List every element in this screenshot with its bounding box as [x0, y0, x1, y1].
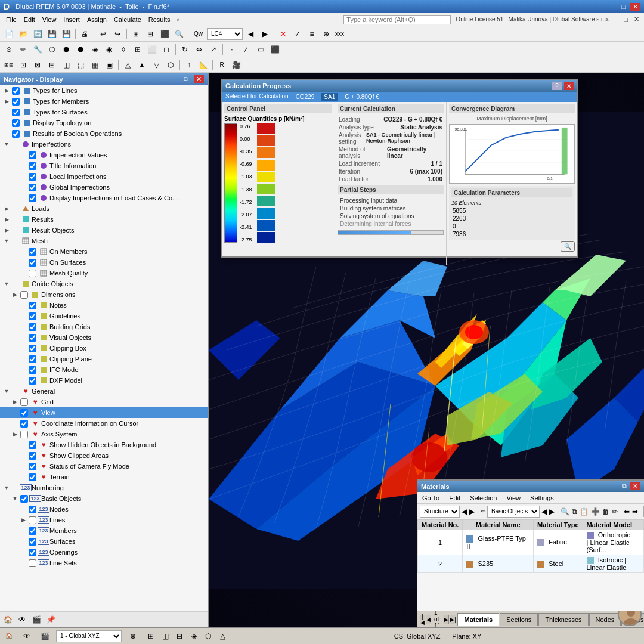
- tree-toggle-24[interactable]: [19, 344, 27, 352]
- tree-toggle-28[interactable]: ▼: [2, 387, 11, 395]
- tb3-measure[interactable]: 📐: [197, 58, 210, 72]
- tree-item-11[interactable]: ▶Loads: [0, 203, 208, 214]
- tree-item-37[interactable]: ▼123Numbering: [0, 482, 208, 493]
- tree-checkbox-19[interactable]: [20, 291, 28, 299]
- tree-toggle-4[interactable]: [2, 129, 11, 138]
- tree-item-4[interactable]: Results of Boolean Operations: [0, 128, 208, 139]
- tree-checkbox-41[interactable]: [29, 527, 36, 535]
- st-btn-4[interactable]: ◈: [187, 630, 200, 643]
- tree-checkbox-35[interactable]: [29, 463, 36, 470]
- tree-item-10[interactable]: Display Imperfections in Load Cases & Co…: [0, 193, 208, 203]
- status-btn-1[interactable]: 🏠: [2, 630, 16, 643]
- tb3-11[interactable]: ▽: [150, 58, 163, 72]
- nav-restore-btn[interactable]: ⧉: [181, 75, 191, 83]
- tree-checkbox-24[interactable]: [29, 345, 36, 352]
- tree-checkbox-44[interactable]: [29, 559, 36, 567]
- tb-redo[interactable]: ↪: [111, 27, 124, 41]
- tree-toggle-31[interactable]: [11, 419, 19, 428]
- tree-item-39[interactable]: 123Nodes: [0, 504, 208, 515]
- calc-item-co229[interactable]: CO229: [293, 93, 317, 101]
- tb3-12[interactable]: ⬡: [164, 58, 177, 72]
- tree-item-1[interactable]: ▶Types for Members: [0, 96, 208, 107]
- close-btn[interactable]: ✕: [630, 3, 640, 11]
- tree-checkbox-22[interactable]: [29, 323, 36, 331]
- tree-toggle-13[interactable]: ▶: [2, 226, 11, 234]
- tree-item-41[interactable]: 123Members: [0, 525, 208, 536]
- tree-toggle-0[interactable]: ▶: [2, 86, 11, 95]
- tree-toggle-12[interactable]: ▶: [2, 215, 11, 224]
- tb3-9[interactable]: △: [121, 58, 134, 72]
- tree-item-32[interactable]: ▶♥Axis System: [0, 429, 208, 439]
- tree-toggle-30[interactable]: [11, 408, 19, 417]
- tree-item-0[interactable]: ▶Types for Lines: [0, 85, 208, 96]
- tree-toggle-27[interactable]: [19, 376, 27, 385]
- tb3-render[interactable]: R: [215, 58, 228, 72]
- tb-print[interactable]: 🖨: [78, 27, 91, 41]
- tree-item-44[interactable]: 123Line Sets: [0, 558, 208, 568]
- tb-more[interactable]: ≡: [305, 27, 318, 41]
- mat-paste-btn[interactable]: 📋: [579, 505, 589, 518]
- tree-item-2[interactable]: Types for Surfaces: [0, 107, 208, 117]
- tb2-scale[interactable]: ↗: [207, 43, 220, 56]
- tree-item-24[interactable]: Clipping Box: [0, 343, 208, 354]
- mat-import-btn[interactable]: ⬅: [623, 505, 630, 518]
- tb2-surf[interactable]: ▭: [254, 43, 267, 56]
- tree-toggle-9[interactable]: [19, 183, 27, 191]
- tab-nav-next[interactable]: ▶: [444, 615, 449, 624]
- tree-item-9[interactable]: Global Imperfections: [0, 182, 208, 193]
- tree-item-29[interactable]: ▶♥Grid: [0, 397, 208, 407]
- tree-item-28[interactable]: ▼♥General: [0, 386, 208, 397]
- tree-item-22[interactable]: Building Grids: [0, 321, 208, 332]
- mat-add-btn[interactable]: ➕: [590, 505, 600, 518]
- tree-checkbox-16[interactable]: [29, 259, 36, 267]
- zoom-btn[interactable]: 🔍: [561, 242, 575, 252]
- tb-grid[interactable]: ⊟: [144, 27, 157, 41]
- menu-view[interactable]: View: [39, 15, 60, 24]
- tb2-7[interactable]: ◈: [88, 43, 101, 56]
- tb-snap[interactable]: ⊞: [129, 27, 143, 41]
- tb2-line[interactable]: ∕: [240, 43, 253, 56]
- tb3-4[interactable]: ⊟: [45, 58, 58, 72]
- st-btn-1[interactable]: ⊞: [144, 630, 157, 643]
- menu-file[interactable]: File: [2, 15, 20, 24]
- calc-item-gqf[interactable]: G + 0.80Qf €: [342, 93, 382, 101]
- calc-help-btn[interactable]: ?: [552, 82, 562, 90]
- tb2-2[interactable]: ✏: [17, 43, 30, 56]
- nav-bottom-2[interactable]: 👁: [16, 613, 29, 626]
- menu-insert[interactable]: Insert: [60, 15, 83, 24]
- tree-item-33[interactable]: ♥Show Hidden Objects in Background: [0, 439, 208, 450]
- tree-checkbox-27[interactable]: [29, 377, 36, 385]
- mat-restore-btn[interactable]: ⧉: [620, 482, 629, 490]
- tree-checkbox-34[interactable]: [29, 452, 36, 460]
- tree-toggle-23[interactable]: [19, 333, 27, 342]
- tree-item-27[interactable]: DXF Model: [0, 375, 208, 386]
- tree-item-21[interactable]: Guidelines: [0, 311, 208, 321]
- nav-bottom-4[interactable]: 📌: [44, 613, 57, 626]
- tree-item-20[interactable]: Notes: [0, 300, 208, 311]
- nav-bottom-1[interactable]: 🏠: [1, 613, 14, 626]
- tb-calc[interactable]: Qw: [191, 27, 206, 41]
- status-btn-2[interactable]: 👁: [20, 630, 33, 643]
- st-btn-2[interactable]: ◫: [159, 630, 172, 643]
- tree-item-40[interactable]: ▶123Lines: [0, 515, 208, 525]
- tree-item-23[interactable]: Visual Objects: [0, 332, 208, 343]
- tree-checkbox-2[interactable]: [12, 109, 20, 116]
- mat-search-btn[interactable]: 🔍: [560, 505, 570, 518]
- tb3-5[interactable]: ◫: [60, 58, 73, 72]
- bo-next-btn[interactable]: ▶: [549, 505, 555, 518]
- tree-item-5[interactable]: ▼Imperfections: [0, 139, 208, 150]
- tree-item-17[interactable]: Mesh Quality: [0, 268, 208, 278]
- tree-item-14[interactable]: ▼Mesh: [0, 236, 208, 246]
- tb-prev[interactable]: ◀: [244, 27, 257, 41]
- tree-toggle-10[interactable]: [19, 194, 27, 202]
- tree-toggle-26[interactable]: [19, 366, 27, 374]
- tb2-tools[interactable]: 🔧: [31, 43, 44, 56]
- tree-checkbox-3[interactable]: [12, 119, 20, 127]
- inner-close-btn[interactable]: ✕: [631, 16, 642, 23]
- tree-toggle-44[interactable]: [19, 559, 27, 567]
- tree-toggle-29[interactable]: ▶: [11, 398, 19, 406]
- mat-menu-settings[interactable]: Settings: [525, 492, 559, 503]
- tree-checkbox-36[interactable]: [29, 473, 36, 481]
- tb-view3d[interactable]: ⬛: [158, 27, 171, 41]
- tb-check[interactable]: ✓: [291, 27, 304, 41]
